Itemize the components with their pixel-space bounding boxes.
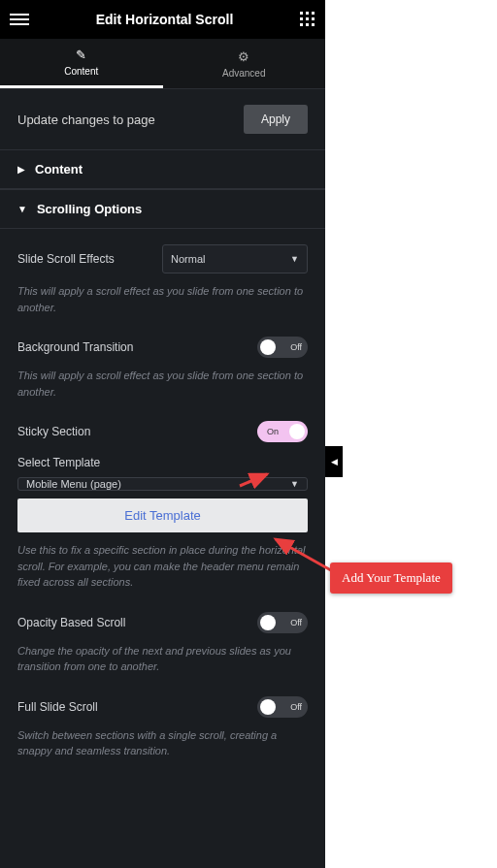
section-content-header[interactable]: ▶ Content bbox=[0, 149, 325, 189]
bg-transition-hint: This will apply a scroll effect as you s… bbox=[17, 368, 308, 400]
apply-button[interactable]: Apply bbox=[244, 105, 308, 134]
bg-transition-row: Background Transition Off bbox=[17, 337, 308, 358]
template-select[interactable]: Mobile Menu (page) ▼ bbox=[17, 477, 308, 491]
toggle-state: Off bbox=[290, 342, 302, 352]
tab-bar: ✎ Content ⚙ Advanced bbox=[0, 39, 325, 89]
opacity-label: Opacity Based Scroll bbox=[17, 616, 125, 629]
tab-label: Content bbox=[64, 66, 98, 77]
gear-icon: ⚙ bbox=[238, 49, 249, 64]
opacity-toggle[interactable]: Off bbox=[257, 612, 308, 633]
sticky-hint: Use this to fix a specific section in pl… bbox=[17, 542, 308, 591]
full-slide-toggle[interactable]: Off bbox=[257, 696, 308, 718]
chevron-down-icon: ▼ bbox=[290, 254, 299, 264]
opacity-row: Opacity Based Scroll Off bbox=[17, 612, 308, 633]
template-block: Select Template Mobile Menu (page) ▼ Edi… bbox=[17, 456, 308, 532]
tab-content[interactable]: ✎ Content bbox=[0, 39, 163, 88]
tab-advanced[interactable]: ⚙ Advanced bbox=[163, 39, 326, 88]
toggle-knob bbox=[260, 615, 276, 630]
full-slide-hint: Switch between sections with a single sc… bbox=[17, 727, 308, 759]
section-scrolling-body: Slide Scroll Effects Normal ▼ This will … bbox=[0, 229, 325, 783]
slide-effects-row: Slide Scroll Effects Normal ▼ bbox=[17, 244, 308, 273]
opacity-hint: Change the opacity of the next and previ… bbox=[17, 643, 308, 675]
panel-content: Update changes to page Apply ▶ Content ▼… bbox=[0, 89, 325, 868]
chevron-down-icon: ▼ bbox=[290, 479, 299, 489]
sticky-label: Sticky Section bbox=[17, 425, 90, 438]
section-scrolling-header[interactable]: ▼ Scrolling Options bbox=[0, 189, 325, 229]
slide-effects-hint: This will apply a scroll effect as you s… bbox=[17, 283, 308, 315]
sticky-toggle[interactable]: On bbox=[257, 421, 308, 442]
toggle-knob bbox=[260, 339, 276, 355]
pencil-icon: ✎ bbox=[76, 48, 86, 62]
annotation-callout: Add Your Template bbox=[330, 563, 452, 594]
toggle-state: Off bbox=[290, 702, 302, 712]
select-value: Mobile Menu (page) bbox=[26, 478, 121, 490]
apps-icon[interactable] bbox=[300, 12, 315, 27]
edit-template-button[interactable]: Edit Template bbox=[17, 498, 308, 532]
full-slide-label: Full Slide Scroll bbox=[17, 700, 98, 714]
toggle-knob bbox=[289, 424, 305, 439]
update-label: Update changes to page bbox=[17, 113, 155, 127]
section-title: Content bbox=[35, 162, 83, 177]
editor-panel: Edit Horizontal Scroll ✎ Content ⚙ Advan… bbox=[0, 0, 325, 868]
update-row: Update changes to page Apply bbox=[0, 89, 325, 149]
slide-effects-label: Slide Scroll Effects bbox=[17, 252, 115, 266]
collapse-panel-button[interactable]: ◀ bbox=[325, 446, 343, 477]
bg-transition-toggle[interactable]: Off bbox=[257, 337, 308, 358]
panel-title: Edit Horizontal Scroll bbox=[29, 12, 300, 27]
bg-transition-label: Background Transition bbox=[17, 340, 133, 354]
toggle-knob bbox=[260, 699, 276, 715]
toggle-state: Off bbox=[290, 618, 302, 627]
panel-header: Edit Horizontal Scroll bbox=[0, 0, 325, 39]
chevron-right-icon: ▶ bbox=[17, 164, 25, 175]
slide-effects-select[interactable]: Normal ▼ bbox=[162, 244, 308, 273]
chevron-left-icon: ◀ bbox=[331, 457, 338, 466]
sticky-row: Sticky Section On bbox=[17, 421, 308, 442]
toggle-state: On bbox=[267, 427, 279, 436]
section-title: Scrolling Options bbox=[37, 202, 142, 216]
template-label: Select Template bbox=[17, 456, 308, 469]
menu-icon[interactable] bbox=[10, 14, 29, 25]
full-slide-row: Full Slide Scroll Off bbox=[17, 696, 308, 718]
select-value: Normal bbox=[171, 253, 205, 265]
chevron-down-icon: ▼ bbox=[17, 204, 27, 214]
tab-label: Advanced bbox=[222, 68, 265, 79]
